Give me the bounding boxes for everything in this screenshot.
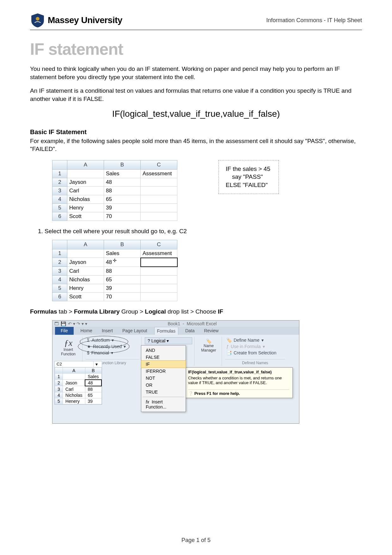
col-a-header-2: A <box>67 240 104 249</box>
cell-b6: 70 <box>104 212 141 221</box>
col-c-header-2: C <box>141 240 177 249</box>
use-in-formula-button[interactable]: ƒ Use in Formula ▾ <box>225 344 285 349</box>
mini-worksheet: ▾ A B 1 Sales 2 Jason 48 <box>54 361 102 405</box>
cell-c1-2: Assessment <box>141 249 177 258</box>
highlight-circle-recent <box>78 340 130 353</box>
mini-r3: 3 <box>55 386 63 392</box>
dd-false[interactable]: FALSE <box>141 354 186 361</box>
use-in-formula-label: Use in Formula <box>231 344 261 349</box>
bc-library: Formula Library <box>74 308 120 315</box>
basic-text: For example, if the following sales peop… <box>30 137 362 153</box>
basic-heading: Basic IF Statement <box>30 128 362 136</box>
bc-s1: tab > <box>57 308 74 315</box>
row-4-hdr: 4 <box>52 195 67 203</box>
qat-redo-icon[interactable]: ↷ ▾ <box>75 321 85 326</box>
tooltip-body: Checks whether a condition is met, and r… <box>188 376 289 385</box>
cell-a1 <box>67 169 104 178</box>
doc-section: Information Commons - IT Help Sheet <box>266 17 362 24</box>
insert-function-button[interactable]: ƒx Insert Function <box>56 337 80 358</box>
qat-save-icon[interactable]: 💾 <box>59 321 68 326</box>
create-from-selection-button[interactable]: 📑 Create from Selection <box>225 350 285 356</box>
dd-or[interactable]: OR <box>141 382 186 389</box>
cell-b5: 39 <box>104 203 141 212</box>
step-1-text: Select the cell where your result should… <box>45 228 187 234</box>
cell-c3 <box>141 186 177 195</box>
qat-custom-icon[interactable]: ▾ <box>85 321 87 326</box>
bc-formulas: Formulas <box>30 308 57 315</box>
bc-if: IF <box>218 308 223 315</box>
mini-r5: 5 <box>55 398 63 404</box>
namebox-dropdown-icon[interactable]: ▾ <box>93 361 100 367</box>
university-name: Massey University <box>48 15 122 25</box>
row-1-hdr: 1 <box>52 169 67 178</box>
row-2-hdr: 2 <box>52 178 67 186</box>
dd-insert-function[interactable]: fx Insert Function... <box>141 398 186 410</box>
bc-logical: Logical <box>145 308 166 315</box>
breadcrumb-instruction: Formulas tab > Formula Library Group > L… <box>30 308 362 315</box>
help-icon: ❔ <box>188 391 193 396</box>
logical-button[interactable]: ? Logical ▾ <box>145 337 192 344</box>
row-1-hdr-2: 1 <box>52 249 67 258</box>
cell-b3-2: 88 <box>104 267 141 276</box>
dd-iferror[interactable]: IFERROR <box>141 368 186 375</box>
cell-c2 <box>141 178 177 186</box>
cell-a3-2: Carl <box>67 267 104 276</box>
tab-page-layout[interactable]: Page Layout <box>120 327 150 335</box>
mini-b2-selected[interactable]: 48 <box>85 380 101 386</box>
cell-b2-2: 48 <box>104 258 141 267</box>
dd-and[interactable]: AND <box>141 347 186 354</box>
logical-label: Logical <box>151 338 165 343</box>
tab-formulas[interactable]: Formulas <box>154 327 178 335</box>
dd-true[interactable]: TRUE <box>141 389 186 396</box>
tab-data[interactable]: Data <box>183 327 197 335</box>
namebox-input[interactable] <box>55 361 93 367</box>
corner-cell <box>52 160 67 169</box>
cell-c5-2 <box>141 284 177 292</box>
row-6-hdr: 6 <box>52 212 67 221</box>
tab-home[interactable]: Home <box>78 327 95 335</box>
step-1: Select the cell where your result should… <box>45 228 362 235</box>
insert-function-label: Insert Function <box>61 347 76 356</box>
tooltip-title: IF(logical_test,value_if_true,value_if_f… <box>188 370 272 374</box>
name-manager-button[interactable]: 🏷️ Name Manager <box>198 337 220 354</box>
qat-undo-icon[interactable]: ↶ ▾ <box>68 321 75 326</box>
excel-ribbon-screenshot: 🗔 💾 ↶ ▾ ↷ ▾ ▾ Book1 - Microsoft Excel Fi… <box>52 320 299 424</box>
titlebar: 🗔 💾 ↶ ▾ ↷ ▾ ▾ Book1 - Microsoft Excel <box>52 321 299 327</box>
cell-c3-2 <box>141 267 177 276</box>
name-manager-icon: 🏷️ <box>206 339 211 344</box>
cell-a1-2 <box>67 249 104 258</box>
mini-b4: 65 <box>85 392 101 398</box>
tab-review[interactable]: Review <box>202 327 221 335</box>
cell-b5-2: 39 <box>104 284 141 292</box>
logo: Massey University <box>30 13 122 28</box>
row-4-hdr-2: 4 <box>52 275 67 284</box>
dd-separator <box>143 397 184 397</box>
row-2-hdr-2: 2 <box>52 258 67 267</box>
create-from-selection-label: Create from Selection <box>234 350 276 355</box>
mini-r4: 4 <box>55 392 63 398</box>
app-name: Microsoft Excel <box>187 321 217 326</box>
bc-s3: drop list > Choose <box>166 308 218 315</box>
define-name-button[interactable]: 🏷️ Define Name ▾ <box>225 337 285 343</box>
cell-a6-2: Scott <box>67 292 104 301</box>
intro-2: An IF statement is a conditional test on… <box>30 87 362 103</box>
mini-b1: Sales <box>85 373 101 380</box>
mini-b3: 88 <box>85 386 101 392</box>
mini-a1 <box>63 373 85 380</box>
fx-small-icon: fx <box>146 399 149 404</box>
workbook-name: Book1 <box>168 321 180 326</box>
dd-if[interactable]: IF <box>141 360 186 368</box>
cell-a3: Carl <box>67 186 104 195</box>
col-b-header-2: B <box>104 240 141 249</box>
tab-insert[interactable]: Insert <box>99 327 115 335</box>
cell-c2-selected[interactable] <box>141 258 177 267</box>
col-b-header: B <box>104 160 141 169</box>
fx-icon: ƒx <box>64 339 72 347</box>
dd-not[interactable]: NOT <box>141 375 186 382</box>
tab-file[interactable]: File <box>55 327 74 335</box>
row-3-hdr-2: 3 <box>52 267 67 276</box>
excel-icon: 🗔 <box>54 321 59 326</box>
cell-c4-2 <box>141 275 177 284</box>
mini-b5: 39 <box>85 398 101 404</box>
page-footer: Page 1 of 5 <box>0 537 392 544</box>
